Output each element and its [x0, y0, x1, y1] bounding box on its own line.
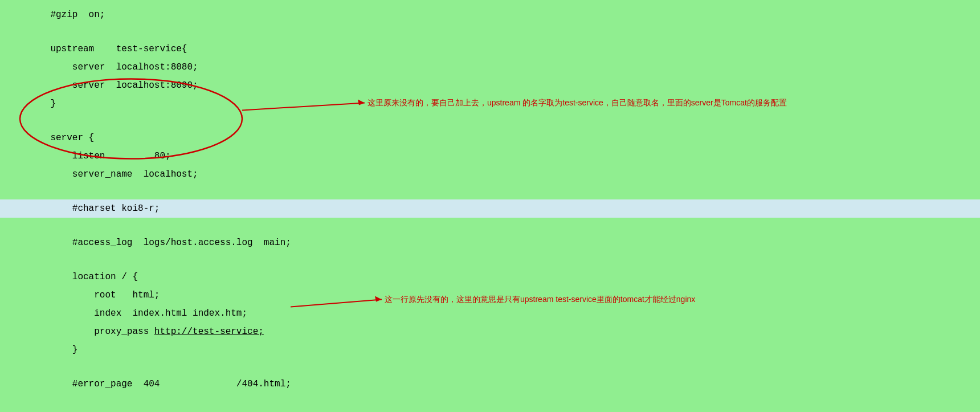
- code-line-empty2: [0, 113, 980, 129]
- code-line-location: location / {: [0, 268, 980, 286]
- proxy-pass-url: http://test-service;: [154, 327, 264, 337]
- code-line-upstream-close: }: [0, 95, 980, 113]
- code-line-empty4: [0, 218, 980, 234]
- code-text-server1: server localhost:8080;: [0, 59, 198, 75]
- code-line-server-block: server {: [0, 129, 980, 147]
- code-text-charset: #charset koi8-r;: [0, 201, 160, 217]
- code-text-error404: #error_page 404 /404.html;: [0, 376, 291, 392]
- code-text-upstream-close: }: [0, 96, 56, 112]
- code-text-location: location / {: [0, 269, 138, 285]
- code-line-server2: server localhost:8090;: [0, 76, 980, 95]
- code-line-location-close: }: [0, 341, 980, 359]
- code-container: #gzip on; upstream test-service{ server …: [0, 0, 980, 412]
- code-line-charset: #charset koi8-r;: [0, 199, 980, 218]
- code-text-servername: server_name localhost;: [0, 166, 198, 182]
- code-line-listen: listen 80;: [0, 147, 980, 165]
- code-line-empty3: [0, 183, 980, 199]
- code-text-upstream: upstream test-service{: [0, 41, 187, 57]
- code-text-server-block: server {: [0, 130, 94, 146]
- code-line-proxy: proxy_pass http://test-service;: [0, 323, 980, 341]
- code-line-empty1: [0, 24, 980, 40]
- code-text-server2: server localhost:8090;: [0, 77, 198, 93]
- code-line-index: index index.html index.htm;: [0, 304, 980, 323]
- code-line-error404: #error_page 404 /404.html;: [0, 375, 980, 393]
- code-line-comment1: # redirect server error pages to the sta…: [0, 409, 980, 412]
- code-text-location-close: }: [0, 342, 77, 358]
- code-line-empty6: [0, 359, 980, 375]
- code-text-proxy: proxy_pass http://test-service;: [0, 324, 264, 340]
- code-line-access-log: #access_log logs/host.access.log main;: [0, 234, 980, 252]
- code-line-1: #gzip on;: [0, 6, 980, 24]
- code-text-listen: listen 80;: [0, 148, 171, 164]
- code-line-upstream: upstream test-service{: [0, 40, 980, 58]
- code-line-root: root html;: [0, 286, 980, 304]
- code-line-server1: server localhost:8080;: [0, 58, 980, 76]
- code-text-access-log: #access_log logs/host.access.log main;: [0, 235, 291, 251]
- code-line-empty7: [0, 393, 980, 409]
- code-text-index: index index.html index.htm;: [0, 305, 247, 321]
- code-text-root: root html;: [0, 287, 160, 303]
- code-line-servername: server_name localhost;: [0, 165, 980, 183]
- code-text-1: #gzip on;: [0, 7, 105, 23]
- code-line-empty5: [0, 252, 980, 268]
